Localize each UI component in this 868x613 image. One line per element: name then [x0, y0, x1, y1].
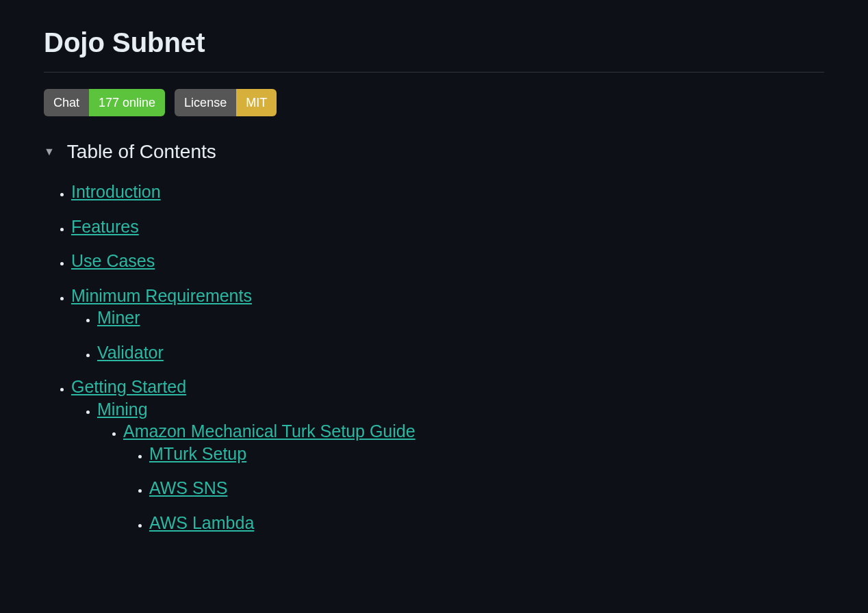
toc-link-use-cases[interactable]: Use Cases	[71, 251, 155, 270]
toc-link-mturk-setup[interactable]: MTurk Setup	[149, 444, 246, 463]
list-item: Miner	[97, 306, 824, 329]
toc-list: Introduction Features Use Cases Minimum …	[44, 181, 824, 534]
toc-link-validator[interactable]: Validator	[97, 343, 164, 362]
list-item: Amazon Mechanical Turk Setup Guide MTurk…	[123, 420, 824, 534]
chat-badge-label: Chat	[44, 89, 89, 116]
toc-link-getting-started[interactable]: Getting Started	[71, 377, 186, 396]
license-badge[interactable]: License MIT	[175, 89, 277, 116]
chat-badge[interactable]: Chat 177 online	[44, 89, 165, 116]
list-item: Features	[71, 216, 824, 238]
toc-link-mining[interactable]: Mining	[97, 400, 148, 419]
badge-row: Chat 177 online License MIT	[44, 89, 824, 116]
list-item: Validator	[97, 341, 824, 364]
chat-badge-value: 177 online	[89, 89, 165, 116]
toc-link-aws-sns[interactable]: AWS SNS	[149, 478, 227, 497]
license-badge-label: License	[175, 89, 236, 116]
list-item: AWS Lambda	[149, 512, 824, 534]
list-item: AWS SNS	[149, 477, 824, 499]
list-item: Minimum Requirements Miner Validator	[71, 285, 824, 364]
license-badge-value: MIT	[236, 89, 277, 116]
toc-link-miner[interactable]: Miner	[97, 308, 140, 327]
list-item: Use Cases	[71, 250, 824, 272]
list-item: Mining Amazon Mechanical Turk Setup Guid…	[97, 398, 824, 534]
triangle-down-icon: ▼	[44, 146, 55, 158]
list-item: Getting Started Mining Amazon Mechanical…	[71, 376, 824, 534]
toc-heading: Table of Contents	[67, 141, 216, 163]
toc-link-min-requirements[interactable]: Minimum Requirements	[71, 286, 252, 305]
toc-link-features[interactable]: Features	[71, 217, 139, 236]
divider	[44, 72, 824, 73]
list-item: MTurk Setup	[149, 443, 824, 465]
toc-link-aws-lambda[interactable]: AWS Lambda	[149, 513, 254, 532]
toc-link-mturk-guide[interactable]: Amazon Mechanical Turk Setup Guide	[123, 421, 416, 441]
toc-link-introduction[interactable]: Introduction	[71, 182, 161, 201]
toc-toggle[interactable]: ▼ Table of Contents	[44, 141, 824, 163]
list-item: Introduction	[71, 181, 824, 203]
page-title: Dojo Subnet	[44, 27, 824, 58]
